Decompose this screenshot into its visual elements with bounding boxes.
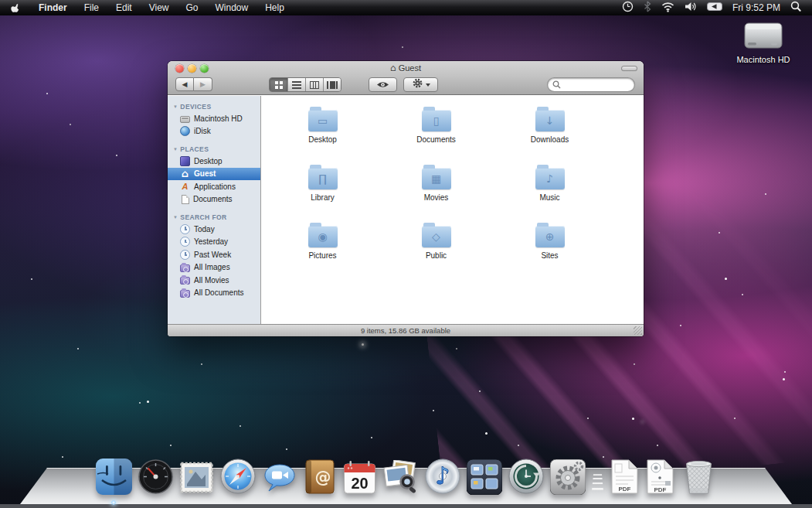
sidebar-item-today[interactable]: Today (168, 223, 260, 236)
forward-arrow-icon: ▶ (200, 80, 206, 88)
search-field[interactable] (548, 78, 634, 91)
dock-pdf-document-2[interactable]: PDF (645, 459, 675, 498)
sidebar-section-search-for[interactable]: ▼ SEARCH FOR (168, 211, 260, 223)
sidebar-item-idisk[interactable]: iDisk (168, 125, 260, 138)
menu-item-file[interactable]: File (76, 1, 107, 15)
sidebar-item-guest-selected[interactable]: Guest (168, 168, 260, 181)
dashboard-icon (138, 459, 174, 498)
sidebar-item-macintosh-hd[interactable]: Macintosh HD (168, 112, 260, 125)
dropdown-caret-icon (426, 84, 430, 87)
sidebar-item-label: Documents (193, 195, 233, 203)
menu-item-view[interactable]: View (141, 1, 178, 15)
folder-documents[interactable]: ▯ Documents (390, 105, 483, 163)
sidebar-item-all-movies[interactable]: All Movies (168, 274, 260, 287)
folder-sites[interactable]: ⊕ Sites (504, 221, 596, 279)
pdf-document-icon: PDF (610, 459, 640, 498)
folder-library[interactable]: ∏ Library (277, 163, 369, 221)
sidebar-item-documents[interactable]: Documents (168, 193, 260, 206)
sidebar-item-label: Today (194, 225, 215, 234)
action-button[interactable] (403, 77, 438, 92)
toolbar-toggle-button[interactable] (621, 66, 637, 71)
svg-text:PDF: PDF (654, 486, 666, 493)
itunes-icon: ♪ (424, 458, 461, 498)
dock-trash[interactable] (681, 457, 717, 498)
folder-downloads[interactable]: ↓ Downloads (504, 105, 596, 163)
dock-system-preferences[interactable] (550, 459, 586, 498)
folder-icon: ▭ (308, 110, 338, 131)
sidebar-item-yesterday[interactable]: Yesterday (168, 236, 260, 249)
menu-item-finder[interactable]: Finder (30, 1, 76, 15)
sidebar-item-desktop[interactable]: Desktop (168, 155, 260, 168)
applications-icon (180, 182, 190, 192)
folder-desktop[interactable]: ▭ Desktop (277, 105, 369, 163)
dock-safari[interactable] (219, 458, 257, 498)
folder-public[interactable]: ◇ Public (390, 221, 483, 279)
bright-stars (362, 343, 364, 346)
forward-button[interactable]: ▶ (194, 77, 212, 91)
status-text: 9 items, 15.86 GB available (361, 326, 450, 335)
volume-icon[interactable] (685, 2, 697, 14)
back-button[interactable]: ◀ (175, 77, 194, 91)
folder-movies[interactable]: ▦ Movies (390, 163, 483, 221)
dock-itunes[interactable]: ♪ (424, 458, 461, 498)
search-input[interactable] (563, 80, 625, 89)
list-view-button[interactable] (287, 78, 305, 91)
folder-pictures[interactable]: ◉ Pictures (277, 221, 369, 279)
home-icon: ⌂ (390, 63, 396, 73)
time-machine-icon[interactable] (622, 1, 634, 15)
dock-dashboard[interactable] (138, 459, 174, 498)
sidebar-item-applications[interactable]: Applications (168, 180, 260, 193)
sidebar-item-all-images[interactable]: All Images (168, 261, 260, 274)
window-title: ⌂Guest (168, 63, 644, 73)
sidebar-item-all-documents[interactable]: All Documents (168, 287, 260, 300)
menu-item-window[interactable]: Window (207, 1, 257, 15)
folder-music[interactable]: ♪ Music (504, 163, 596, 221)
icon-view-button[interactable] (270, 78, 287, 91)
sidebar-item-label: All Documents (194, 288, 243, 297)
menu-item-edit[interactable]: Edit (107, 1, 141, 15)
folder-icon: ▯ (422, 110, 451, 131)
dock-pdf-document-1[interactable]: PDF (610, 459, 640, 498)
quick-look-button[interactable] (369, 77, 397, 92)
dock-ical[interactable]: 20 (342, 460, 377, 498)
spotlight-icon[interactable] (790, 1, 801, 15)
window-body: ▼ DEVICES Macintosh HD iDisk ▼ PLACES (168, 96, 644, 324)
search-icon (552, 78, 561, 92)
desktop-icon-macintosh-hd[interactable]: Macintosh HD (732, 20, 794, 64)
menu-bar-status-area: Fri 9:52 PM (622, 1, 812, 15)
wifi-icon[interactable] (661, 2, 674, 15)
menu-item-go[interactable]: Go (178, 1, 207, 15)
apple-menu-icon[interactable] (0, 2, 30, 14)
pdf-document-seal-icon: PDF (645, 459, 675, 498)
sidebar: ▼ DEVICES Macintosh HD iDisk ▼ PLACES (168, 96, 261, 324)
sidebar-item-label: Yesterday (194, 237, 228, 246)
sidebar-item-label: Applications (194, 182, 236, 191)
disclosure-triangle-icon: ▼ (173, 215, 178, 220)
dock-preview[interactable] (382, 460, 419, 498)
file-browser-area[interactable]: ▭ Desktop ▯ Documents ↓ Downloads ∏ Libr… (261, 96, 644, 324)
sidebar-section-devices[interactable]: ▼ DEVICES (168, 101, 260, 112)
menu-extra-icon[interactable] (707, 2, 722, 13)
column-view-button[interactable] (305, 78, 323, 91)
coverflow-view-button[interactable] (323, 78, 341, 91)
smart-folder-icon (180, 277, 190, 285)
sidebar-section-places[interactable]: ▼ PLACES (168, 143, 260, 155)
dock-time-machine[interactable] (508, 458, 545, 498)
svg-text:PDF: PDF (618, 486, 630, 493)
time-machine-icon (508, 458, 545, 498)
resize-grip[interactable] (634, 326, 642, 335)
window-header[interactable]: ⌂Guest ◀ ▶ (168, 61, 644, 95)
menu-bar-clock[interactable]: Fri 9:52 PM (732, 2, 780, 13)
folder-label: Sites (504, 251, 596, 260)
dock-finder[interactable] (96, 459, 132, 498)
menu-item-help[interactable]: Help (257, 1, 293, 15)
menu-bar: Finder File Edit View Go Window Help (0, 0, 812, 15)
clock-icon (180, 237, 190, 247)
sidebar-item-past-week[interactable]: Past Week (168, 248, 260, 261)
bluetooth-icon[interactable] (644, 1, 651, 15)
dock-ichat[interactable] (262, 462, 297, 498)
folder-label: Music (504, 193, 596, 202)
dock-spaces[interactable] (467, 459, 502, 498)
dock-mail[interactable] (179, 460, 214, 498)
dock-address-book[interactable]: @ (303, 459, 337, 498)
